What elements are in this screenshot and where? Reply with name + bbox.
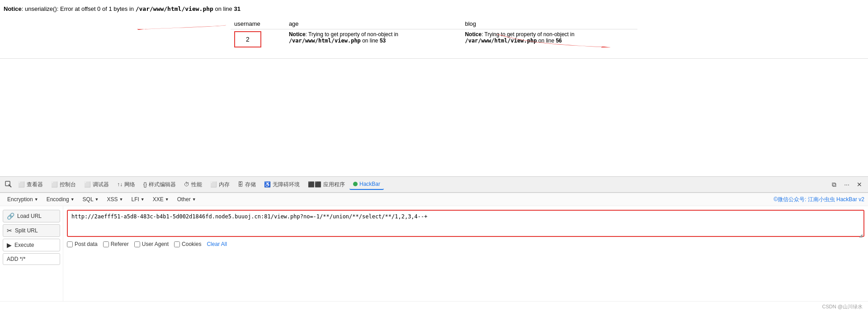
divider [0, 58, 868, 59]
cell-blog: Notice: Trying to get property of non-ob… [461, 29, 637, 50]
tab-performance[interactable]: ⏱ 性能 [180, 179, 206, 190]
split-url-button[interactable]: ✂ Split URL [3, 224, 60, 237]
tab-application[interactable]: ⬛⬛ 应用程序 [304, 179, 349, 190]
devtools-inspect-icon[interactable] [4, 179, 14, 189]
lfi-arrow-icon: ▼ [141, 197, 145, 202]
clear-all-link[interactable]: Clear All [207, 241, 227, 247]
data-table: username age blog 2 Notice: Trying to ge… [231, 19, 637, 49]
col-blog: blog [461, 19, 637, 29]
load-url-button[interactable]: 🔗 Load URL [3, 210, 60, 222]
add-button[interactable]: ADD */* [3, 253, 60, 265]
inspector-icon: ⬜ [18, 181, 25, 188]
age-notice: Notice: Trying to get property of non-ob… [289, 31, 425, 44]
network-icon: ↑↓ [117, 181, 123, 188]
notice-online-1: on line [213, 5, 234, 12]
notice-text-1: : unserialize(): Error at offset 0 of 1 … [22, 5, 136, 12]
tab-storage[interactable]: 🗄 存储 [234, 179, 259, 190]
tab-debugger[interactable]: ⬜ 调试器 [80, 179, 113, 190]
menu-lfi[interactable]: LFI ▼ [127, 195, 148, 204]
notice-linenum-1: 31 [234, 5, 240, 12]
menu-other[interactable]: Other ▼ [174, 195, 200, 204]
execute-icon: ▶ [7, 241, 12, 249]
copyright-text: ©微信公众号: 江南小虫虫 HackBar v2 [774, 196, 864, 203]
blog-notice-label: Notice [465, 31, 481, 38]
tab-memory[interactable]: ⬜ 内存 [207, 179, 233, 190]
user-agent-checkbox-label[interactable]: User Agent [134, 241, 169, 247]
storage-icon: 🗄 [238, 181, 243, 188]
devtools-bar: ⬜ 查看器 ⬜ 控制台 ⬜ 调试器 ↑↓ 网络 {} 样式编辑器 ⏱ 性能 ⬜ … [0, 176, 868, 193]
post-data-checkbox-label[interactable]: Post data [67, 241, 98, 247]
notice-line-1: Notice: unserialize(): Error at offset 0… [0, 4, 868, 14]
post-data-checkbox[interactable] [67, 241, 73, 247]
more-options-button[interactable]: ··· [842, 179, 852, 189]
application-icon: ⬛⬛ [308, 181, 321, 188]
bottom-bar: CSDN @山川绿水 [0, 301, 868, 312]
tab-inspector[interactable]: ⬜ 查看器 [14, 179, 47, 190]
xss-arrow-icon: ▼ [119, 197, 123, 202]
memory-icon: ⬜ [210, 181, 217, 188]
other-arrow-icon: ▼ [192, 197, 196, 202]
data-table-section: username age blog 2 Notice: Trying to ge… [0, 19, 868, 49]
encryption-arrow-icon: ▼ [34, 197, 38, 202]
hackbar-dot-icon [353, 182, 358, 186]
referer-checkbox[interactable] [103, 241, 109, 247]
tab-console[interactable]: ⬜ 控制台 [47, 179, 80, 190]
url-input[interactable] [67, 210, 864, 237]
menu-encoding[interactable]: Encoding ▼ [43, 195, 78, 204]
performance-icon: ⏱ [184, 181, 189, 188]
post-data-row: Post data Referer User Agent Cookies Cle… [67, 241, 864, 247]
style-icon: {} [143, 181, 147, 188]
username-box: 2 [234, 31, 261, 47]
encoding-arrow-icon: ▼ [71, 197, 75, 202]
table-row: 2 Notice: Trying to get property of non-… [231, 29, 637, 50]
hackbar-sidebar: 🔗 Load URL ✂ Split URL ▶ Execute ADD */* [0, 206, 63, 301]
url-input-container: ◢ [67, 210, 864, 238]
devtools-bar-right: ⧉ ··· ✕ [829, 179, 864, 189]
console-icon: ⬜ [51, 181, 58, 188]
col-age: age [285, 19, 462, 29]
xxe-arrow-icon: ▼ [165, 197, 169, 202]
referer-checkbox-label[interactable]: Referer [103, 241, 129, 247]
watermark-text: CSDN @山川绿水 [822, 303, 863, 310]
notice-file-1: /var/www/html/view.php [136, 5, 213, 12]
detach-button[interactable]: ⧉ [829, 179, 839, 189]
load-url-icon: 🔗 [7, 212, 14, 220]
menu-encryption[interactable]: Encryption ▼ [4, 195, 42, 204]
execute-button[interactable]: ▶ Execute [3, 239, 60, 251]
hackbar-main: 🔗 Load URL ✂ Split URL ▶ Execute ADD */*… [0, 206, 868, 301]
hackbar-menu: Encryption ▼ Encoding ▼ SQL ▼ XSS ▼ LFI … [0, 193, 868, 206]
menu-xss[interactable]: XSS ▼ [104, 195, 127, 204]
close-devtools-button[interactable]: ✕ [854, 179, 864, 189]
cookies-checkbox-label[interactable]: Cookies [174, 241, 201, 247]
tab-accessibility[interactable]: ♿ 无障碍环境 [260, 179, 303, 190]
col-username: username [231, 19, 285, 29]
cell-username: 2 [231, 29, 285, 50]
sql-arrow-icon: ▼ [95, 197, 99, 202]
tab-network[interactable]: ↑↓ 网络 [113, 179, 139, 190]
hackbar-panel: Encryption ▼ Encoding ▼ SQL ▼ XSS ▼ LFI … [0, 193, 868, 301]
tab-hackbar[interactable]: HackBar [349, 179, 384, 190]
menu-sql[interactable]: SQL ▼ [79, 195, 103, 204]
hackbar-content: ◢ Post data Referer User Agent Cookies [63, 206, 868, 301]
accessibility-icon: ♿ [264, 181, 271, 188]
cell-age: Notice: Trying to get property of non-ob… [285, 29, 462, 50]
notice-label-1: Notice [4, 5, 22, 12]
cookies-checkbox[interactable] [174, 241, 180, 247]
menu-xxe[interactable]: XXE ▼ [149, 195, 173, 204]
split-url-icon: ✂ [7, 227, 12, 234]
debugger-icon: ⬜ [84, 181, 91, 188]
user-agent-checkbox[interactable] [134, 241, 140, 247]
blog-notice: Notice: Trying to get property of non-ob… [465, 31, 600, 44]
resize-handle: ◢ [859, 233, 863, 237]
age-notice-label: Notice [289, 31, 306, 38]
tab-style-editor[interactable]: {} 样式编辑器 [140, 179, 179, 190]
